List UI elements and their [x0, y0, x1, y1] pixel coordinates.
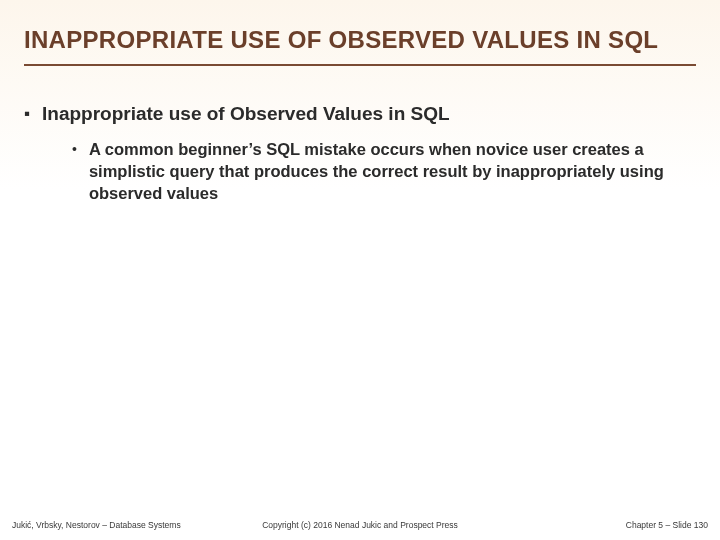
bullet-level-2-text: A common beginner’s SQL mistake occurs w…	[89, 138, 688, 204]
square-bullet-icon: ▪	[24, 102, 30, 126]
content-area: ▪ Inappropriate use of Observed Values i…	[0, 66, 720, 204]
footer: Jukić, Vrbsky, Nestorov – Database Syste…	[0, 520, 720, 530]
bullet-level-1-text: Inappropriate use of Observed Values in …	[42, 102, 450, 126]
footer-authors: Jukić, Vrbsky, Nestorov – Database Syste…	[12, 520, 244, 530]
footer-copyright: Copyright (c) 2016 Nenad Jukic and Prosp…	[244, 520, 476, 530]
slide: INAPPROPRIATE USE OF OBSERVED VALUES IN …	[0, 0, 720, 540]
footer-page-number: Chapter 5 – Slide 130	[476, 520, 708, 530]
slide-title: INAPPROPRIATE USE OF OBSERVED VALUES IN …	[0, 0, 720, 62]
bullet-level-1: ▪ Inappropriate use of Observed Values i…	[24, 102, 696, 126]
dot-bullet-icon: •	[72, 138, 77, 160]
bullet-level-2: • A common beginner’s SQL mistake occurs…	[72, 138, 696, 204]
